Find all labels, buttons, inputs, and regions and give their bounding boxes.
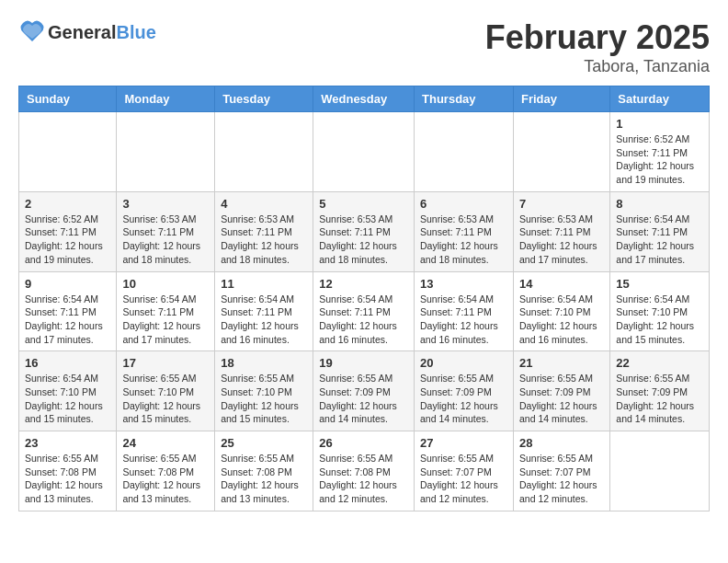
calendar-cell: [215, 112, 313, 192]
weekday-header-tuesday: Tuesday: [215, 86, 313, 112]
weekday-header-saturday: Saturday: [610, 86, 710, 112]
calendar-cell: 21Sunrise: 6:55 AM Sunset: 7:09 PM Dayli…: [513, 351, 609, 431]
logo-blue: Blue: [116, 22, 155, 42]
day-info: Sunrise: 6:55 AM Sunset: 7:07 PM Dayligh…: [519, 452, 604, 506]
day-number: 7: [519, 197, 604, 211]
calendar-cell: 24Sunrise: 6:55 AM Sunset: 7:08 PM Dayli…: [117, 431, 215, 511]
day-number: 4: [221, 197, 307, 211]
calendar-cell: 1Sunrise: 6:52 AM Sunset: 7:11 PM Daylig…: [610, 112, 710, 192]
day-info: Sunrise: 6:53 AM Sunset: 7:11 PM Dayligh…: [319, 213, 408, 267]
calendar-cell: 20Sunrise: 6:55 AM Sunset: 7:09 PM Dayli…: [415, 351, 514, 431]
calendar-cell: 23Sunrise: 6:55 AM Sunset: 7:08 PM Dayli…: [19, 431, 117, 511]
day-info: Sunrise: 6:54 AM Sunset: 7:11 PM Dayligh…: [122, 293, 209, 347]
day-info: Sunrise: 6:55 AM Sunset: 7:09 PM Dayligh…: [319, 372, 408, 426]
day-info: Sunrise: 6:53 AM Sunset: 7:11 PM Dayligh…: [420, 213, 507, 267]
weekday-header-thursday: Thursday: [415, 86, 514, 112]
day-info: Sunrise: 6:55 AM Sunset: 7:08 PM Dayligh…: [25, 452, 110, 506]
day-info: Sunrise: 6:54 AM Sunset: 7:11 PM Dayligh…: [319, 293, 408, 347]
day-info: Sunrise: 6:52 AM Sunset: 7:11 PM Dayligh…: [616, 132, 703, 187]
calendar-cell: 27Sunrise: 6:55 AM Sunset: 7:07 PM Dayli…: [415, 431, 514, 511]
day-info: Sunrise: 6:55 AM Sunset: 7:07 PM Dayligh…: [420, 452, 507, 506]
day-number: 9: [25, 277, 110, 291]
calendar-cell: 16Sunrise: 6:54 AM Sunset: 7:10 PM Dayli…: [19, 351, 117, 431]
day-number: 12: [319, 277, 408, 291]
day-info: Sunrise: 6:54 AM Sunset: 7:10 PM Dayligh…: [616, 293, 703, 347]
logo: GeneralBlue: [18, 18, 156, 46]
day-number: 22: [616, 356, 703, 370]
weekday-header-sunday: Sunday: [19, 86, 117, 112]
title-section: February 2025 Tabora, Tanzania: [485, 18, 710, 76]
day-number: 19: [319, 356, 408, 370]
day-info: Sunrise: 6:53 AM Sunset: 7:11 PM Dayligh…: [221, 213, 307, 267]
calendar-cell: 8Sunrise: 6:54 AM Sunset: 7:11 PM Daylig…: [610, 191, 710, 271]
calendar-cell: 26Sunrise: 6:55 AM Sunset: 7:08 PM Dayli…: [313, 431, 415, 511]
day-info: Sunrise: 6:53 AM Sunset: 7:11 PM Dayligh…: [122, 213, 209, 267]
day-number: 1: [616, 117, 703, 131]
calendar-cell: 28Sunrise: 6:55 AM Sunset: 7:07 PM Dayli…: [513, 431, 609, 511]
logo-text: GeneralBlue: [48, 22, 156, 43]
calendar-cell: 14Sunrise: 6:54 AM Sunset: 7:10 PM Dayli…: [513, 271, 609, 351]
weekday-header-monday: Monday: [117, 86, 215, 112]
weekday-header-row: SundayMondayTuesdayWednesdayThursdayFrid…: [19, 86, 710, 112]
location-title: Tabora, Tanzania: [485, 57, 710, 76]
calendar-cell: [117, 112, 215, 192]
calendar-cell: [415, 112, 514, 192]
day-info: Sunrise: 6:55 AM Sunset: 7:08 PM Dayligh…: [122, 452, 209, 506]
day-info: Sunrise: 6:55 AM Sunset: 7:09 PM Dayligh…: [420, 372, 507, 426]
day-number: 20: [420, 356, 507, 370]
calendar-cell: 7Sunrise: 6:53 AM Sunset: 7:11 PM Daylig…: [513, 191, 609, 271]
day-info: Sunrise: 6:54 AM Sunset: 7:11 PM Dayligh…: [25, 293, 110, 347]
calendar-cell: 2Sunrise: 6:52 AM Sunset: 7:11 PM Daylig…: [19, 191, 117, 271]
day-info: Sunrise: 6:55 AM Sunset: 7:10 PM Dayligh…: [122, 372, 209, 426]
day-info: Sunrise: 6:54 AM Sunset: 7:10 PM Dayligh…: [25, 372, 110, 426]
day-info: Sunrise: 6:54 AM Sunset: 7:11 PM Dayligh…: [616, 213, 703, 267]
day-info: Sunrise: 6:54 AM Sunset: 7:11 PM Dayligh…: [420, 293, 507, 347]
calendar-cell: 3Sunrise: 6:53 AM Sunset: 7:11 PM Daylig…: [117, 191, 215, 271]
day-number: 3: [122, 197, 209, 211]
calendar-cell: [19, 112, 117, 192]
calendar-cell: 5Sunrise: 6:53 AM Sunset: 7:11 PM Daylig…: [313, 191, 415, 271]
calendar-week-5: 23Sunrise: 6:55 AM Sunset: 7:08 PM Dayli…: [19, 431, 710, 511]
day-number: 25: [221, 436, 307, 450]
calendar-cell: 15Sunrise: 6:54 AM Sunset: 7:10 PM Dayli…: [610, 271, 710, 351]
day-info: Sunrise: 6:54 AM Sunset: 7:10 PM Dayligh…: [519, 293, 604, 347]
calendar-cell: 9Sunrise: 6:54 AM Sunset: 7:11 PM Daylig…: [19, 271, 117, 351]
calendar-cell: 22Sunrise: 6:55 AM Sunset: 7:09 PM Dayli…: [610, 351, 710, 431]
calendar-cell: 12Sunrise: 6:54 AM Sunset: 7:11 PM Dayli…: [313, 271, 415, 351]
logo-icon: [18, 18, 46, 46]
calendar-cell: 13Sunrise: 6:54 AM Sunset: 7:11 PM Dayli…: [415, 271, 514, 351]
day-number: 28: [519, 436, 604, 450]
day-number: 15: [616, 277, 703, 291]
weekday-header-friday: Friday: [513, 86, 609, 112]
calendar-week-2: 2Sunrise: 6:52 AM Sunset: 7:11 PM Daylig…: [19, 191, 710, 271]
day-info: Sunrise: 6:54 AM Sunset: 7:11 PM Dayligh…: [221, 293, 307, 347]
calendar-cell: 17Sunrise: 6:55 AM Sunset: 7:10 PM Dayli…: [117, 351, 215, 431]
day-info: Sunrise: 6:55 AM Sunset: 7:09 PM Dayligh…: [519, 372, 604, 426]
calendar-cell: [313, 112, 415, 192]
day-number: 21: [519, 356, 604, 370]
day-number: 5: [319, 197, 408, 211]
day-number: 6: [420, 197, 507, 211]
calendar-cell: 18Sunrise: 6:55 AM Sunset: 7:10 PM Dayli…: [215, 351, 313, 431]
day-number: 24: [122, 436, 209, 450]
weekday-header-wednesday: Wednesday: [313, 86, 415, 112]
day-number: 27: [420, 436, 507, 450]
calendar-cell: 19Sunrise: 6:55 AM Sunset: 7:09 PM Dayli…: [313, 351, 415, 431]
day-info: Sunrise: 6:53 AM Sunset: 7:11 PM Dayligh…: [519, 213, 604, 267]
calendar-cell: [610, 431, 710, 511]
day-info: Sunrise: 6:55 AM Sunset: 7:08 PM Dayligh…: [221, 452, 307, 506]
day-number: 8: [616, 197, 703, 211]
day-number: 16: [25, 356, 110, 370]
calendar-cell: 6Sunrise: 6:53 AM Sunset: 7:11 PM Daylig…: [415, 191, 514, 271]
day-info: Sunrise: 6:55 AM Sunset: 7:09 PM Dayligh…: [616, 372, 703, 426]
calendar-table: SundayMondayTuesdayWednesdayThursdayFrid…: [18, 86, 710, 511]
calendar-week-3: 9Sunrise: 6:54 AM Sunset: 7:11 PM Daylig…: [19, 271, 710, 351]
day-number: 14: [519, 277, 604, 291]
day-number: 17: [122, 356, 209, 370]
day-number: 10: [122, 277, 209, 291]
month-title: February 2025: [485, 18, 710, 57]
day-number: 13: [420, 277, 507, 291]
calendar-cell: 10Sunrise: 6:54 AM Sunset: 7:11 PM Dayli…: [117, 271, 215, 351]
calendar-cell: [513, 112, 609, 192]
logo-general: General: [48, 22, 116, 42]
